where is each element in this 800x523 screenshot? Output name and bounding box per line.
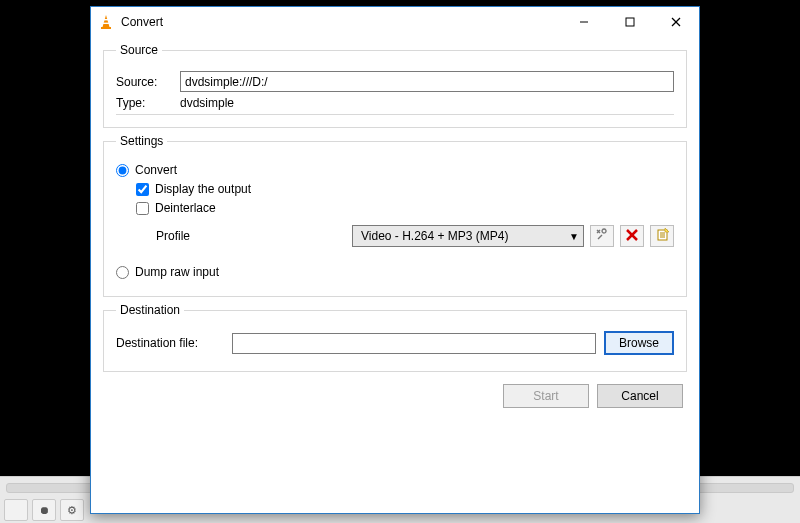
svg-rect-5 <box>626 18 634 26</box>
convert-radio-input[interactable] <box>116 164 129 177</box>
player-button-3[interactable]: ⚙ <box>60 499 84 521</box>
new-profile-button[interactable] <box>650 225 674 247</box>
destination-legend: Destination <box>116 303 184 317</box>
settings-group: Settings Convert Display the output Dein… <box>103 134 687 297</box>
minimize-button[interactable] <box>561 7 607 37</box>
browse-button[interactable]: Browse <box>604 331 674 355</box>
edit-profile-button[interactable] <box>590 225 614 247</box>
convert-radio-label: Convert <box>135 163 177 177</box>
close-button[interactable] <box>653 7 699 37</box>
delete-icon <box>626 229 638 244</box>
deinterlace-input[interactable] <box>136 202 149 215</box>
wrench-icon <box>595 228 609 245</box>
type-value: dvdsimple <box>180 96 234 110</box>
vlc-cone-icon <box>97 13 115 31</box>
cancel-button-label: Cancel <box>621 389 658 403</box>
cancel-button[interactable]: Cancel <box>597 384 683 408</box>
type-label: Type: <box>116 96 172 110</box>
source-legend: Source <box>116 43 162 57</box>
svg-rect-3 <box>101 27 111 29</box>
dump-raw-radio[interactable]: Dump raw input <box>116 265 674 279</box>
profile-label: Profile <box>156 229 346 243</box>
deinterlace-label: Deinterlace <box>155 201 216 215</box>
player-button-1[interactable] <box>4 499 28 521</box>
destination-label: Destination file: <box>116 336 224 350</box>
settings-legend: Settings <box>116 134 167 148</box>
profile-combobox[interactable]: Video - H.264 + MP3 (MP4) ▼ <box>352 225 584 247</box>
display-output-label: Display the output <box>155 182 251 196</box>
source-input[interactable] <box>180 71 674 92</box>
titlebar: Convert <box>91 7 699 37</box>
svg-rect-2 <box>103 23 109 24</box>
maximize-button[interactable] <box>607 7 653 37</box>
convert-dialog: Convert Source Source: Type: dvdsimple <box>90 6 700 514</box>
dump-raw-label: Dump raw input <box>135 265 219 279</box>
source-group: Source Source: Type: dvdsimple <box>103 43 687 128</box>
svg-rect-1 <box>104 19 109 20</box>
start-button[interactable]: Start <box>503 384 589 408</box>
start-button-label: Start <box>533 389 558 403</box>
destination-input[interactable] <box>232 333 596 354</box>
delete-profile-button[interactable] <box>620 225 644 247</box>
player-button-2[interactable]: ⏺ <box>32 499 56 521</box>
convert-radio[interactable]: Convert <box>116 163 674 177</box>
dialog-footer: Start Cancel <box>103 378 687 408</box>
window-title: Convert <box>121 15 163 29</box>
profile-value: Video - H.264 + MP3 (MP4) <box>361 229 509 243</box>
new-profile-icon <box>656 228 669 244</box>
source-label: Source: <box>116 75 172 89</box>
deinterlace-checkbox[interactable]: Deinterlace <box>136 201 674 215</box>
destination-group: Destination Destination file: Browse <box>103 303 687 372</box>
chevron-down-icon: ▼ <box>569 231 579 242</box>
display-output-input[interactable] <box>136 183 149 196</box>
dump-raw-radio-input[interactable] <box>116 266 129 279</box>
svg-marker-11 <box>665 228 669 232</box>
display-output-checkbox[interactable]: Display the output <box>136 182 674 196</box>
browse-button-label: Browse <box>619 336 659 350</box>
svg-marker-0 <box>103 15 110 27</box>
